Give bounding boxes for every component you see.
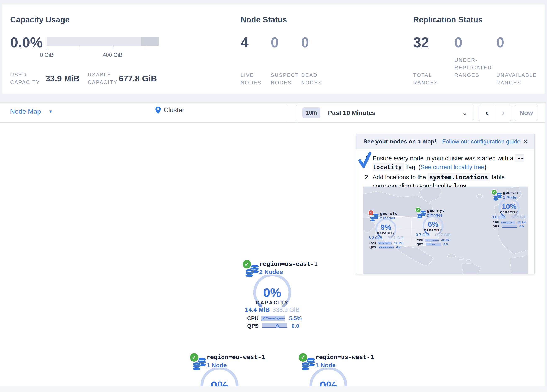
time-back-button[interactable]: ‹: [479, 105, 495, 121]
capacity-axis-label-min: 0 GiB: [30, 52, 63, 58]
under-replicated-ranges-label: UNDER-REPLICATED RANGES: [454, 56, 492, 79]
locality-name: region=us-west-1: [315, 353, 374, 361]
cpu-sparkline: [261, 316, 285, 321]
cpu-label: CPU: [417, 238, 425, 242]
capacity-axis-tick: [80, 47, 80, 50]
time-pager: ‹ ›: [479, 105, 511, 121]
total-ranges-value: 32: [413, 34, 429, 50]
qps-value: 0.0: [443, 242, 448, 246]
cpu-row: CPU 5.5%: [247, 316, 301, 321]
capacity-percent: 9%: [368, 223, 404, 231]
locality-name: region=eu-west-1: [206, 353, 265, 361]
cpu-sparkline: [501, 221, 514, 224]
breadcrumb[interactable]: Cluster: [155, 106, 184, 114]
qps-row: QPS 0.0: [492, 225, 526, 228]
qps-row: QPS 0.0: [417, 242, 450, 246]
healthy-check-icon: ✓: [491, 189, 497, 195]
locality-card-us-east-1[interactable]: ✓ region=us-east-1 2 Nodes 0% CAPACITY 1…: [241, 259, 304, 328]
locality-card-eu-west-1[interactable]: ✓ region=eu-west-1 1 Node 0% CAPACITY 9.…: [188, 352, 251, 392]
qps-sparkline: [502, 225, 517, 228]
popup-title: See your nodes on a map!: [363, 138, 437, 145]
popup-step-1: 1. Ensure every node in your cluster was…: [365, 154, 526, 172]
capacity-percent: 6%: [415, 220, 451, 228]
now-button[interactable]: Now: [515, 105, 538, 121]
qps-value: 0.0: [519, 225, 524, 228]
capacity-percent: 0%: [241, 285, 304, 300]
time-range-dropdown[interactable]: 10m Past 10 Minutes ⌄: [296, 105, 474, 121]
map-node-sfo: 1 geo=sfo 2 Nodes 9% CAPACITY 3.2 GiB 35…: [368, 210, 404, 250]
capacity-used: 3.7 GiB: [416, 233, 429, 237]
page-gutter: [545, 0, 547, 386]
step-text: Ensure every node in your cluster was st…: [373, 154, 526, 172]
cpu-label: CPU: [247, 315, 261, 322]
cpu-row: CPU 42.5%: [417, 239, 450, 242]
time-forward-button[interactable]: ›: [495, 105, 511, 121]
map-node-ams: ✓ geo=ams 1 Node 10% CAPACITY 3.6 GiB 34…: [491, 189, 527, 229]
nodes-on-map-popup: See your nodes on a map! Follow our conf…: [356, 134, 535, 274]
time-range-label: Past 10 Minutes: [328, 109, 376, 117]
qps-row: QPS 0.0: [247, 323, 301, 329]
capacity-total: 338.9 GiB: [273, 306, 300, 313]
unavailable-ranges-label: UNAVAILABLE RANGES: [496, 71, 538, 87]
cpu-label: CPU: [369, 241, 378, 245]
step-text-part: flag. (: [404, 164, 421, 171]
healthy-check-icon: ✓: [189, 353, 199, 362]
capacity-total: 34.4 GiB: [511, 215, 526, 220]
capacity-caption: CAPACITY: [491, 211, 527, 214]
qps-label: QPS: [247, 323, 262, 329]
step-text-part: ): [484, 164, 486, 171]
locality-tree-link[interactable]: See current locality tree: [421, 164, 484, 171]
locality-name: geo=nyc: [427, 208, 444, 213]
close-icon[interactable]: ✕: [523, 138, 528, 145]
step-text-part: Add locations to the: [373, 174, 428, 180]
total-ranges-label: TOTAL RANGES: [413, 71, 440, 87]
node-map-page: Capacity Usage 0.0% 0 GiB 400 GiB USED C…: [0, 0, 547, 392]
capacity-axis-label-mid: 400 GiB: [96, 52, 130, 58]
cpu-value: 11.0%: [394, 241, 403, 245]
capacity-used: 3.2 GiB: [369, 236, 382, 240]
caret-down-icon: ▼: [48, 109, 53, 114]
capacity-bar-segment: [141, 37, 159, 46]
capacity-axis-tick: [47, 47, 47, 50]
capacity-axis-tick: [146, 47, 146, 50]
time-range-badge: 10m: [302, 107, 320, 118]
step-text-part: Ensure every node in your cluster was st…: [373, 155, 515, 162]
configuration-guide-link[interactable]: Follow our configuration guide: [442, 138, 521, 145]
cpu-value: 42.5%: [441, 238, 450, 242]
view-selector-node-map[interactable]: Node Map▼: [10, 108, 53, 115]
capacity-percent: 10%: [491, 202, 527, 211]
capacity-usage-title: Capacity Usage: [10, 15, 69, 24]
cpu-row: CPU 12.3%: [492, 221, 526, 224]
system-locations-code: system.locations: [428, 173, 490, 181]
dead-nodes-label: DEAD NODES: [301, 71, 328, 87]
capacity-total: 35.1 GiB: [388, 236, 403, 240]
map-node-nyc: ✓ geo=nyc 2 Nodes 6% CAPACITY 3.7 GiB 65…: [415, 207, 451, 247]
dead-nodes-value: 0: [301, 34, 309, 50]
cpu-sparkline: [378, 242, 392, 245]
capacity-caption: CAPACITY: [241, 300, 304, 306]
capacity-used: 3.6 GiB: [492, 215, 505, 220]
locality-name: geo=sfo: [380, 211, 397, 216]
capacity-bar: [47, 37, 159, 46]
location-pin-icon: [155, 107, 161, 114]
locality-name: region=us-east-1: [259, 260, 318, 268]
toolbar-divider: [287, 104, 287, 121]
suspect-nodes-value: 0: [271, 34, 279, 50]
qps-sparkline: [379, 246, 394, 248]
node-status-title: Node Status: [241, 15, 287, 24]
healthy-check-icon: ✓: [298, 353, 308, 362]
capacity-total: 65.7 GiB: [435, 233, 451, 237]
cpu-sparkline: [425, 239, 438, 242]
breadcrumb-label: Cluster: [164, 106, 184, 114]
popup-header: See your nodes on a map! Follow our conf…: [356, 134, 534, 149]
cpu-row: CPU 11.0%: [369, 241, 403, 245]
qps-label: QPS: [369, 245, 379, 249]
live-nodes-value: 4: [241, 34, 249, 50]
live-nodes-label: LIVE NODES: [241, 71, 268, 87]
locality-card-us-west-1[interactable]: ✓ region=us-west-1 1 Node 0% CAPACITY 9.…: [297, 352, 360, 392]
error-badge-icon: 1: [368, 210, 374, 216]
locality-name: geo=ams: [503, 190, 521, 195]
healthy-check-icon: ✓: [415, 207, 421, 213]
chevron-down-icon: ⌄: [462, 109, 467, 117]
used-capacity-value: 33.9 MiB: [45, 74, 79, 83]
